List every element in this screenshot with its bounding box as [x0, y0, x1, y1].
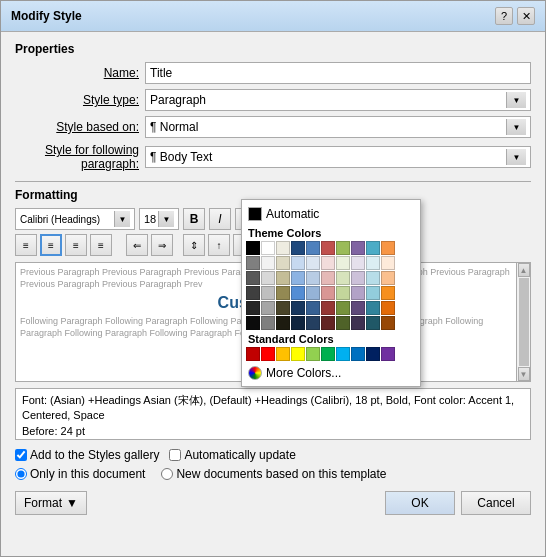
color-cell[interactable] — [381, 286, 395, 300]
color-cell[interactable] — [306, 286, 320, 300]
only-this-doc-radio[interactable] — [15, 468, 27, 480]
color-cell[interactable] — [351, 241, 365, 255]
align-right-button[interactable]: ≡ — [65, 234, 87, 256]
color-cell[interactable] — [321, 316, 335, 330]
color-cell[interactable] — [306, 241, 320, 255]
color-cell[interactable] — [306, 316, 320, 330]
line-spacing-button[interactable]: ⇕ — [183, 234, 205, 256]
color-cell[interactable] — [351, 256, 365, 270]
color-cell[interactable] — [246, 286, 260, 300]
color-cell[interactable] — [366, 286, 380, 300]
color-cell[interactable] — [306, 347, 320, 361]
color-cell[interactable] — [276, 286, 290, 300]
color-cell[interactable] — [321, 271, 335, 285]
color-cell[interactable] — [321, 256, 335, 270]
color-cell[interactable] — [261, 316, 275, 330]
color-cell[interactable] — [246, 347, 260, 361]
color-cell[interactable] — [261, 241, 275, 255]
color-cell[interactable] — [381, 256, 395, 270]
color-cell[interactable] — [291, 347, 305, 361]
align-center-button[interactable]: ≡ — [40, 234, 62, 256]
color-cell[interactable] — [351, 316, 365, 330]
style-type-select[interactable]: Paragraph ▼ — [145, 89, 531, 111]
color-cell[interactable] — [381, 347, 395, 361]
color-cell[interactable] — [381, 301, 395, 315]
name-input[interactable] — [145, 62, 531, 84]
indent-left-button[interactable]: ⇐ — [126, 234, 148, 256]
color-cell[interactable] — [366, 271, 380, 285]
add-to-gallery-checkbox[interactable] — [15, 449, 27, 461]
color-cell[interactable] — [321, 301, 335, 315]
color-cell[interactable] — [321, 241, 335, 255]
color-cell[interactable] — [351, 347, 365, 361]
color-cell[interactable] — [261, 286, 275, 300]
style-following-select[interactable]: ¶ Body Text ▼ — [145, 146, 531, 168]
color-cell[interactable] — [261, 256, 275, 270]
more-colors-option[interactable]: More Colors... — [246, 364, 416, 382]
color-cell[interactable] — [381, 316, 395, 330]
color-cell[interactable] — [246, 301, 260, 315]
color-cell[interactable] — [381, 241, 395, 255]
color-cell[interactable] — [261, 347, 275, 361]
scroll-down-button[interactable]: ▼ — [518, 367, 530, 381]
color-cell[interactable] — [336, 347, 350, 361]
ok-button[interactable]: OK — [385, 491, 455, 515]
bold-button[interactable]: B — [183, 208, 205, 230]
color-cell[interactable] — [276, 241, 290, 255]
auto-update-checkbox[interactable] — [169, 449, 181, 461]
close-button[interactable]: ✕ — [517, 7, 535, 25]
indent-right-button[interactable]: ⇒ — [151, 234, 173, 256]
color-cell[interactable] — [291, 301, 305, 315]
italic-button[interactable]: I — [209, 208, 231, 230]
spacing-before-button[interactable]: ↑ — [208, 234, 230, 256]
color-cell[interactable] — [366, 241, 380, 255]
color-cell[interactable] — [351, 286, 365, 300]
color-cell[interactable] — [291, 271, 305, 285]
auto-color-option[interactable]: Automatic — [246, 204, 416, 224]
color-cell[interactable] — [336, 286, 350, 300]
help-button[interactable]: ? — [495, 7, 513, 25]
color-cell[interactable] — [306, 301, 320, 315]
color-cell[interactable] — [291, 316, 305, 330]
cancel-button[interactable]: Cancel — [461, 491, 531, 515]
color-cell[interactable] — [336, 301, 350, 315]
preview-scrollbar[interactable]: ▲ ▼ — [516, 263, 530, 381]
color-cell[interactable] — [276, 316, 290, 330]
color-cell[interactable] — [261, 301, 275, 315]
color-cell[interactable] — [336, 271, 350, 285]
color-cell[interactable] — [276, 271, 290, 285]
color-cell[interactable] — [246, 316, 260, 330]
color-cell[interactable] — [336, 316, 350, 330]
color-cell[interactable] — [366, 347, 380, 361]
format-button[interactable]: Format ▼ — [15, 491, 87, 515]
scroll-up-button[interactable]: ▲ — [518, 263, 530, 277]
color-cell[interactable] — [366, 316, 380, 330]
align-justify-button[interactable]: ≡ — [90, 234, 112, 256]
color-cell[interactable] — [336, 256, 350, 270]
color-cell[interactable] — [351, 301, 365, 315]
color-cell[interactable] — [276, 256, 290, 270]
color-cell[interactable] — [291, 256, 305, 270]
style-based-select[interactable]: ¶ Normal ▼ — [145, 116, 531, 138]
color-cell[interactable] — [306, 271, 320, 285]
color-cell[interactable] — [246, 241, 260, 255]
font-size-select[interactable]: 18 ▼ — [139, 208, 179, 230]
color-cell[interactable] — [246, 271, 260, 285]
color-cell[interactable] — [276, 347, 290, 361]
color-cell[interactable] — [291, 286, 305, 300]
color-cell[interactable] — [321, 286, 335, 300]
color-cell[interactable] — [336, 241, 350, 255]
font-name-select[interactable]: Calibri (Headings) ▼ — [15, 208, 135, 230]
color-cell[interactable] — [321, 347, 335, 361]
color-cell[interactable] — [351, 271, 365, 285]
color-cell[interactable] — [261, 271, 275, 285]
color-cell[interactable] — [276, 301, 290, 315]
color-cell[interactable] — [366, 301, 380, 315]
align-left-button[interactable]: ≡ — [15, 234, 37, 256]
color-cell[interactable] — [366, 256, 380, 270]
new-docs-radio[interactable] — [161, 468, 173, 480]
color-cell[interactable] — [306, 256, 320, 270]
color-cell[interactable] — [246, 256, 260, 270]
color-cell[interactable] — [291, 241, 305, 255]
color-cell[interactable] — [381, 271, 395, 285]
